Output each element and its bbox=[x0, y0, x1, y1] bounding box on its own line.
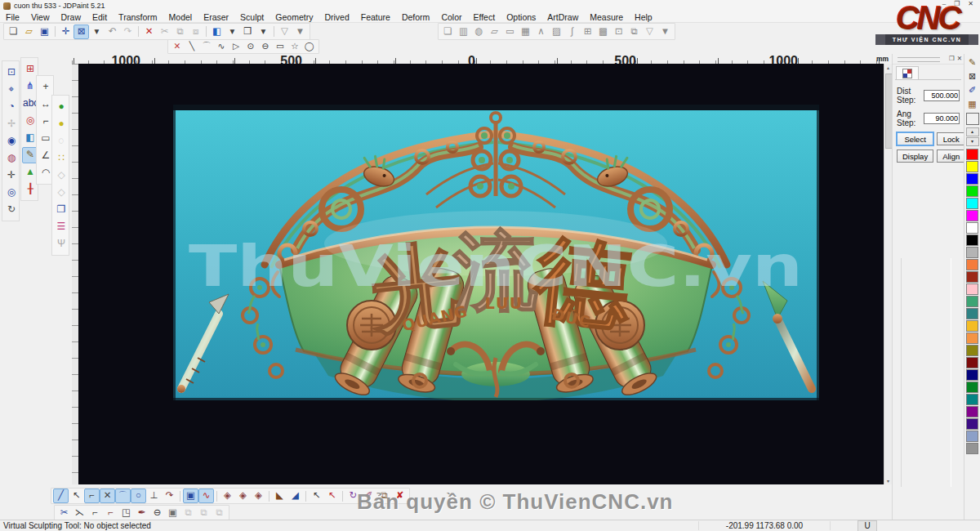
select-region-icon[interactable]: ⊡ bbox=[3, 65, 20, 81]
view-eye-icon[interactable]: ◉ bbox=[3, 133, 20, 149]
palette-down-icon[interactable]: ▾ bbox=[966, 137, 979, 146]
canvas-vscrollbar[interactable]: ▴ ▾ bbox=[884, 64, 892, 484]
zoom-extents-icon[interactable]: ◎ bbox=[3, 185, 20, 201]
save-file-icon[interactable]: ▣ bbox=[37, 25, 52, 39]
shield-dark-icon[interactable]: ▼ bbox=[292, 25, 308, 39]
color-swatch[interactable] bbox=[966, 308, 978, 319]
free-line-icon[interactable]: ╱ bbox=[53, 489, 69, 503]
pick-point-icon[interactable]: ⌖ bbox=[3, 82, 20, 98]
peaks-icon[interactable]: ∧ bbox=[533, 25, 549, 39]
color-swatch[interactable] bbox=[966, 369, 978, 381]
ring-icon[interactable]: ◍ bbox=[471, 25, 487, 39]
polygon-icon[interactable]: ▷ bbox=[229, 40, 243, 53]
color-swatch[interactable] bbox=[966, 161, 978, 172]
marquee-tool-icon[interactable]: ⊠ bbox=[74, 25, 89, 39]
mirror-b-icon[interactable]: ◇ bbox=[53, 185, 69, 201]
lamp-off-icon[interactable]: ◌ bbox=[53, 133, 69, 149]
lock-button[interactable]: Lock bbox=[937, 132, 965, 145]
current-color-swatch[interactable] bbox=[966, 113, 979, 125]
group-b-icon[interactable]: ⧉ bbox=[196, 506, 212, 520]
trowel-edit-icon[interactable]: ◢ bbox=[287, 489, 303, 503]
cross-icon[interactable]: ✕ bbox=[100, 489, 115, 503]
lamp-yellow-icon[interactable]: ● bbox=[53, 116, 69, 132]
scissors-icon[interactable]: ✂ bbox=[56, 506, 72, 520]
display-button[interactable]: Display bbox=[897, 149, 933, 163]
panel-drag-handle[interactable] bbox=[898, 57, 940, 62]
rectangle-icon[interactable]: ▭ bbox=[273, 40, 287, 53]
pick-remove-icon[interactable]: ↖ bbox=[309, 489, 324, 503]
menu-item[interactable]: Geometry bbox=[270, 12, 318, 22]
mesh-region-icon[interactable]: ▨ bbox=[549, 25, 564, 39]
menu-item[interactable]: Deform bbox=[396, 12, 435, 22]
open-file-icon[interactable]: ▱ bbox=[21, 25, 37, 39]
parallelogram-icon[interactable]: ▱ bbox=[487, 25, 502, 39]
delete-icon[interactable]: ✕ bbox=[141, 25, 157, 39]
mesh-sphere-icon[interactable]: ▦ bbox=[518, 25, 533, 39]
zoom-in-icon[interactable]: ◔ bbox=[3, 99, 20, 115]
color-swatch[interactable] bbox=[966, 247, 978, 258]
render-mode-icon[interactable]: ❒ bbox=[240, 25, 256, 39]
menu-item[interactable]: Measure bbox=[584, 12, 629, 22]
lamp-green-icon[interactable]: ● bbox=[53, 99, 69, 115]
color-swatch[interactable] bbox=[966, 198, 978, 209]
zoom-object-icon[interactable]: ◍ bbox=[3, 150, 20, 167]
dist-step-input[interactable] bbox=[924, 90, 960, 101]
menu-item[interactable]: ArtDraw bbox=[541, 12, 584, 22]
mirror-a-icon[interactable]: ◇ bbox=[53, 167, 69, 184]
trowel-icon[interactable]: ◣ bbox=[272, 489, 287, 503]
paste-icon[interactable]: ⧈ bbox=[188, 25, 203, 39]
layer-book-icon[interactable]: ❐ bbox=[53, 202, 69, 218]
color-swatch[interactable] bbox=[966, 296, 978, 307]
oval-icon[interactable]: ⊖ bbox=[149, 506, 165, 520]
color-swatch[interactable] bbox=[966, 149, 978, 160]
color-swatch[interactable] bbox=[966, 320, 978, 332]
align-copy-icon[interactable]: ❏ bbox=[440, 25, 456, 39]
stack-icon[interactable]: ⧉ bbox=[626, 25, 642, 39]
boxed-icon[interactable]: ⊡ bbox=[611, 25, 626, 39]
menu-item[interactable]: Draw bbox=[56, 12, 87, 22]
title-bar[interactable]: cuon thu 533 - JDPaint 5.21 bbox=[0, 0, 980, 11]
spline-icon[interactable]: ∿ bbox=[214, 40, 229, 53]
arc-3pt-icon[interactable]: ⌒ bbox=[199, 40, 214, 53]
new-file-icon[interactable]: ❏ bbox=[6, 25, 21, 39]
color-swatch[interactable] bbox=[966, 185, 978, 197]
diamond-edge-icon[interactable]: ◈ bbox=[251, 489, 266, 503]
frame-icon[interactable]: ▣ bbox=[165, 506, 180, 520]
hatch-icon[interactable]: ▩ bbox=[595, 25, 611, 39]
align-columns-icon[interactable]: ▥ bbox=[456, 25, 471, 39]
pencil-icon[interactable]: ✎ bbox=[965, 56, 980, 69]
shield-light-icon[interactable]: ▽ bbox=[277, 25, 292, 39]
color-swatch[interactable] bbox=[966, 234, 978, 246]
marquee2-icon[interactable]: ⊠ bbox=[965, 69, 980, 83]
panel-restore-icon[interactable]: ❐ bbox=[949, 55, 955, 62]
pen-curve-icon[interactable]: ✒ bbox=[134, 506, 149, 520]
color-swatch[interactable] bbox=[966, 271, 978, 283]
menu-item[interactable]: File bbox=[0, 12, 25, 22]
offset-icon[interactable]: ◳ bbox=[118, 506, 134, 520]
diamond-fill-icon[interactable]: ◈ bbox=[220, 489, 235, 503]
color-swatch[interactable] bbox=[966, 406, 978, 417]
color-swatch[interactable] bbox=[966, 210, 978, 221]
line-icon[interactable]: ╲ bbox=[185, 40, 199, 53]
redo-icon[interactable]: ↷ bbox=[120, 25, 136, 39]
arc-seg-icon[interactable]: ⌒ bbox=[115, 489, 131, 503]
color-swatch[interactable] bbox=[966, 431, 978, 442]
fill-mode-icon[interactable]: ◧ bbox=[209, 25, 225, 39]
circle-icon[interactable]: ◯ bbox=[302, 40, 317, 53]
pick-remove-red-icon[interactable]: ↖ bbox=[324, 489, 340, 503]
fill-caret-icon[interactable]: ▾ bbox=[225, 25, 240, 39]
color-swatch[interactable] bbox=[966, 283, 978, 295]
shield-light2-icon[interactable]: ▽ bbox=[642, 25, 657, 39]
ang-step-input[interactable] bbox=[924, 113, 960, 124]
refresh-icon[interactable]: ↻ bbox=[3, 202, 20, 218]
color-swatch[interactable] bbox=[966, 259, 978, 270]
menu-item[interactable]: View bbox=[25, 12, 56, 22]
snap-grid-icon[interactable]: ∷ bbox=[53, 150, 69, 167]
color-swatch[interactable] bbox=[966, 443, 978, 454]
marquee-caret-icon[interactable]: ▾ bbox=[89, 25, 105, 39]
circle-seg-icon[interactable]: ○ bbox=[131, 489, 146, 503]
diamond-mid-icon[interactable]: ◈ bbox=[235, 489, 251, 503]
grid-plus-icon[interactable]: ⊞ bbox=[580, 25, 595, 39]
chamfer-icon[interactable]: ⌐ bbox=[103, 506, 118, 520]
hook-icon[interactable]: ↷ bbox=[162, 489, 177, 503]
